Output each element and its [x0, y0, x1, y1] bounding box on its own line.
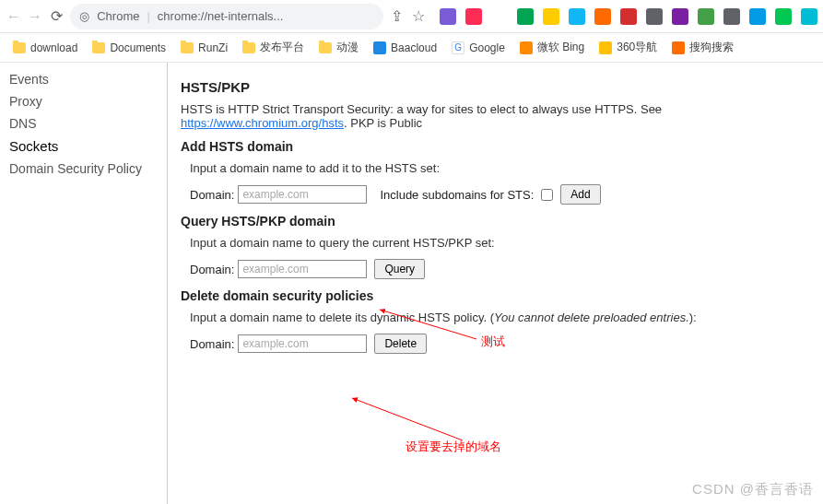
query-button[interactable]: Query — [374, 259, 425, 279]
bookmark-item[interactable]: 发布平台 — [237, 37, 310, 58]
extension-icon[interactable] — [543, 8, 559, 25]
extensions-area — [440, 8, 817, 25]
browser-toolbar: ← → ⟳ ◎ Chrome | chrome://net-internals.… — [0, 0, 823, 33]
url-text: chrome://net-internals... — [158, 9, 284, 23]
extension-icon[interactable] — [646, 8, 663, 25]
bookmark-item[interactable]: 搜狗搜索 — [666, 37, 739, 58]
add-domain-label: Domain: — [190, 188, 234, 202]
bookmark-item[interactable]: Documents — [87, 39, 171, 57]
url-scheme: Chrome — [97, 9, 139, 23]
bookmark-item[interactable]: 360导航 — [594, 37, 663, 58]
extension-icon[interactable] — [440, 8, 456, 25]
page-title: HSTS/PKP — [181, 79, 816, 95]
bookmark-label: 360导航 — [617, 40, 657, 55]
add-button[interactable]: Add — [560, 184, 600, 205]
sidebar-item[interactable]: Domain Security Policy — [0, 158, 167, 180]
sidebar: EventsProxyDNSSocketsDomain Security Pol… — [0, 63, 168, 504]
bookmark-item[interactable]: 动漫 — [313, 37, 364, 58]
query-domain-input[interactable] — [238, 260, 367, 278]
favicon-icon — [672, 41, 685, 54]
bookmark-item[interactable]: RunZi — [175, 39, 233, 57]
folder-icon — [92, 42, 105, 53]
subs-label: Include subdomains for STS: — [380, 188, 534, 202]
intro-text: HSTS is HTTP Strict Transport Security: … — [181, 102, 816, 130]
sidebar-item[interactable]: Sockets — [0, 135, 167, 158]
folder-icon — [242, 42, 255, 53]
main-panel: HSTS/PKP HSTS is HTTP Strict Transport S… — [168, 63, 823, 504]
extension-icon[interactable] — [775, 8, 792, 25]
add-heading: Add HSTS domain — [181, 139, 816, 154]
favicon-icon — [373, 41, 386, 54]
bookmark-label: 微软 Bing — [537, 40, 584, 55]
extension-icon[interactable] — [594, 8, 611, 25]
extension-icon[interactable] — [672, 8, 688, 25]
extension-icon[interactable] — [491, 8, 508, 25]
query-row: Domain: Query — [190, 259, 816, 279]
bookmark-label: RunZi — [198, 41, 228, 54]
favicon-icon: G — [452, 41, 464, 54]
bookmark-label: Documents — [110, 41, 166, 54]
bookmark-label: 搜狗搜索 — [689, 40, 734, 55]
forward-icon[interactable]: → — [27, 6, 42, 28]
folder-icon — [319, 42, 332, 53]
add-domain-input[interactable] — [238, 185, 367, 204]
extension-icon[interactable] — [620, 8, 637, 25]
add-desc: Input a domain name to add it to the HST… — [190, 161, 816, 175]
delete-desc: Input a domain name to delete its dynami… — [190, 311, 816, 324]
extension-icon[interactable] — [465, 8, 482, 25]
extension-icon[interactable] — [569, 8, 585, 25]
extension-icon[interactable] — [723, 8, 740, 25]
delete-domain-label: Domain: — [190, 337, 234, 351]
favicon-icon — [599, 41, 612, 54]
bookmarks-bar: downloadDocumentsRunZi发布平台动漫BaacloudGGoo… — [0, 33, 823, 63]
annotation-delete: 设置要去掉的域名 — [406, 439, 501, 455]
extension-icon[interactable] — [801, 8, 817, 25]
back-icon[interactable]: ← — [6, 6, 21, 28]
bookmark-label: download — [30, 41, 77, 54]
sidebar-item[interactable]: Proxy — [0, 90, 167, 112]
delete-domain-input[interactable] — [238, 334, 367, 353]
favicon-icon — [520, 41, 533, 54]
delete-row: Domain: Delete — [190, 334, 816, 354]
add-row: Domain: Include subdomains for STS: Add — [190, 184, 816, 205]
query-desc: Input a domain name to query the current… — [190, 236, 816, 250]
bookmark-item[interactable]: 微软 Bing — [514, 37, 590, 58]
extension-icon[interactable] — [517, 8, 534, 25]
svg-line-1 — [352, 398, 463, 440]
bookmark-label: 动漫 — [336, 40, 359, 55]
address-bar[interactable]: ◎ Chrome | chrome://net-internals... — [70, 4, 383, 29]
folder-icon — [13, 42, 26, 53]
share-icon[interactable]: ⇪ — [389, 6, 405, 28]
bookmark-label: 发布平台 — [260, 40, 304, 55]
delete-heading: Delete domain security policies — [181, 288, 816, 303]
bookmark-label: Baacloud — [391, 41, 437, 54]
reload-icon[interactable]: ⟳ — [49, 6, 65, 28]
chrome-logo-icon: ◎ — [79, 9, 89, 23]
watermark: CSDN @香言香语 — [692, 481, 814, 498]
sidebar-item[interactable]: Events — [0, 68, 167, 90]
sidebar-item[interactable]: DNS — [0, 112, 167, 135]
query-heading: Query HSTS/PKP domain — [181, 214, 816, 229]
bookmark-item[interactable]: GGoogle — [446, 39, 511, 57]
hsts-link[interactable]: https://www.chromium.org/hsts — [181, 116, 344, 130]
delete-button[interactable]: Delete — [374, 334, 427, 354]
query-domain-label: Domain: — [190, 263, 234, 276]
bookmark-item[interactable]: Baacloud — [368, 39, 442, 57]
extension-icon[interactable] — [698, 8, 714, 25]
bookmark-item[interactable]: download — [7, 39, 83, 57]
star-icon[interactable]: ☆ — [411, 6, 427, 28]
folder-icon — [181, 42, 194, 53]
subs-checkbox[interactable] — [541, 189, 553, 201]
bookmark-label: Google — [469, 41, 505, 54]
extension-icon[interactable] — [749, 8, 766, 25]
